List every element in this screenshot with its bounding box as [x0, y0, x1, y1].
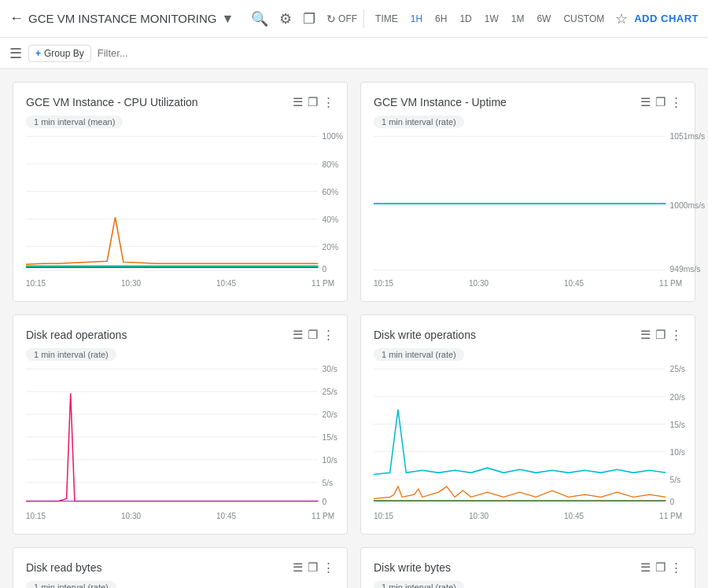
time-btn-custom[interactable]: CUSTOM — [559, 10, 609, 28]
chart-title: Disk read operations — [26, 329, 127, 341]
x-labels: 10:15 10:30 10:45 11 PM — [374, 279, 682, 288]
interval-badge: 1 min interval (mean) — [26, 116, 123, 128]
expand-icon[interactable]: ❐ — [308, 328, 318, 342]
chart-header: Disk read bytes ☰ ❐ ⋮ — [26, 560, 334, 575]
chart-card-disk-write-ops: Disk write operations ☰ ❐ ⋮ 1 min interv… — [360, 314, 695, 535]
svg-text:15/s: 15/s — [670, 421, 685, 429]
svg-text:25/s: 25/s — [323, 388, 337, 396]
chart-area: 100% 80% 60% 40% 20% 0 — [26, 134, 334, 276]
chart-card-disk-read-ops: Disk read operations ☰ ❐ ⋮ 1 min interva… — [13, 314, 348, 535]
charts-grid: GCE VM Instance - CPU Utilization ☰ ❐ ⋮ … — [0, 69, 708, 588]
time-btn-6w[interactable]: 6W — [532, 10, 555, 28]
svg-text:20/s: 20/s — [670, 393, 685, 402]
time-options: TIME 1H 6H 1D 1W 1M 6W CUSTOM — [371, 10, 609, 28]
x-labels: 10:15 10:30 10:45 11 PM — [26, 512, 334, 520]
expand-icon[interactable]: ❐ — [655, 95, 666, 109]
chart-header: Disk write bytes ☰ ❐ ⋮ — [374, 560, 682, 575]
chart-svg: 100% 80% 60% 40% 20% 0 — [26, 134, 334, 276]
time-btn-1h[interactable]: 1H — [406, 10, 427, 28]
chart-icons: ☰ ❐ ⋮ — [640, 560, 682, 575]
chart-header: Disk read operations ☰ ❐ ⋮ — [26, 328, 334, 342]
chart-header: Disk write operations ☰ ❐ ⋮ — [374, 328, 682, 342]
svg-text:1000ms/s: 1000ms/s — [670, 201, 706, 210]
more-icon[interactable]: ⋮ — [323, 95, 334, 109]
list-icon[interactable]: ☰ — [640, 328, 651, 342]
svg-text:20/s: 20/s — [323, 410, 337, 419]
list-icon[interactable]: ☰ — [293, 560, 303, 575]
expand-icon[interactable]: ❐ — [308, 95, 318, 109]
svg-text:15/s: 15/s — [323, 433, 337, 442]
chart-title: GCE VM Instance - Uptime — [374, 96, 507, 108]
more-icon[interactable]: ⋮ — [323, 328, 334, 342]
svg-text:30/s: 30/s — [323, 365, 337, 373]
chart-icons: ☰ ❐ ⋮ — [293, 328, 334, 342]
list-icon[interactable]: ☰ — [293, 95, 303, 109]
time-btn-1w[interactable]: 1W — [480, 10, 503, 28]
group-by-label: Group By — [44, 48, 84, 59]
chart-area: 30/s 25/s 20/s 15/s 10/s 5/s 0 — [26, 367, 334, 509]
svg-text:0: 0 — [323, 498, 327, 506]
list-icon[interactable]: ☰ — [293, 328, 303, 342]
topbar: ← GCE VM INSTANCE MONITORING ▼ 🔍 ⚙ ❐ ↻ O… — [0, 0, 708, 38]
svg-text:25/s: 25/s — [670, 365, 685, 373]
more-icon[interactable]: ⋮ — [323, 560, 334, 575]
svg-text:100%: 100% — [323, 132, 343, 141]
chart-icons: ☰ ❐ ⋮ — [640, 328, 682, 342]
svg-text:40%: 40% — [323, 215, 339, 224]
chart-title: GCE VM Instance - CPU Utilization — [26, 96, 198, 108]
chart-title: Disk write bytes — [374, 561, 451, 574]
time-btn-1m[interactable]: 1M — [507, 10, 529, 28]
chart-area: 25/s 20/s 15/s 10/s 5/s 0 — [374, 367, 682, 509]
star-button[interactable]: ☆ — [615, 10, 628, 28]
chart-icons: ☰ ❐ ⋮ — [640, 95, 682, 109]
time-btn-time[interactable]: TIME — [371, 10, 403, 28]
interval-badge: 1 min interval (rate) — [26, 348, 116, 361]
x-labels: 10:15 10:30 10:45 11 PM — [26, 279, 334, 288]
more-icon[interactable]: ⋮ — [670, 560, 682, 575]
menu-icon[interactable]: ☰ — [9, 45, 22, 62]
more-icon[interactable]: ⋮ — [670, 328, 682, 342]
chart-header: GCE VM Instance - Uptime ☰ ❐ ⋮ — [374, 95, 682, 109]
chart-svg: 1051ms/s 1000ms/s 949ms/s — [374, 134, 682, 276]
chart-card-uptime: GCE VM Instance - Uptime ☰ ❐ ⋮ 1 min int… — [360, 82, 695, 302]
chart-svg: 25/s 20/s 15/s 10/s 5/s 0 — [374, 367, 682, 509]
filter-input[interactable] — [98, 47, 699, 59]
expand-icon[interactable]: ❐ — [308, 560, 318, 575]
list-icon[interactable]: ☰ — [640, 95, 651, 109]
chart-title: Disk read bytes — [26, 561, 101, 574]
expand-icon[interactable]: ❐ — [655, 560, 666, 575]
chart-svg: 30/s 25/s 20/s 15/s 10/s 5/s 0 — [26, 367, 334, 509]
interval-badge: 1 min interval (rate) — [374, 581, 464, 588]
chart-card-disk-read-bytes: Disk read bytes ☰ ❐ ⋮ 1 min interval (ra… — [13, 547, 348, 588]
expand-icon[interactable]: ❐ — [655, 328, 666, 342]
chart-title: Disk write operations — [374, 329, 476, 341]
add-chart-button[interactable]: ADD CHART — [634, 13, 699, 24]
interval-badge: 1 min interval (rate) — [374, 348, 464, 361]
svg-text:5/s: 5/s — [670, 476, 681, 484]
list-icon[interactable]: ☰ — [640, 560, 651, 575]
svg-text:949ms/s: 949ms/s — [670, 265, 701, 274]
search-icon[interactable]: 🔍 — [251, 10, 268, 28]
group-by-button[interactable]: + Group By — [28, 45, 91, 62]
chart-card-cpu-util: GCE VM Instance - CPU Utilization ☰ ❐ ⋮ … — [13, 82, 348, 302]
svg-text:10/s: 10/s — [670, 448, 685, 457]
time-btn-6h[interactable]: 6H — [430, 10, 452, 28]
chart-header: GCE VM Instance - CPU Utilization ☰ ❐ ⋮ — [26, 95, 334, 109]
settings-icon[interactable]: ⚙ — [279, 10, 292, 28]
refresh-btn[interactable]: ↻ OFF — [326, 13, 357, 25]
interval-badge: 1 min interval (rate) — [374, 116, 464, 128]
page-title: GCE VM INSTANCE MONITORING — [28, 12, 216, 25]
svg-text:80%: 80% — [323, 160, 339, 169]
chart-icons: ☰ ❐ ⋮ — [293, 560, 334, 575]
svg-text:1051ms/s: 1051ms/s — [670, 132, 706, 141]
divider — [363, 9, 364, 28]
plus-icon: + — [35, 48, 41, 59]
x-labels: 10:15 10:30 10:45 11 PM — [374, 512, 682, 520]
fullscreen-icon[interactable]: ❐ — [303, 10, 315, 28]
dropdown-icon[interactable]: ▼ — [221, 12, 234, 26]
svg-text:60%: 60% — [323, 188, 339, 197]
time-btn-1d[interactable]: 1D — [455, 10, 476, 28]
topbar-action-icons: 🔍 ⚙ ❐ ↻ OFF — [251, 10, 357, 28]
back-icon[interactable]: ← — [9, 10, 24, 27]
more-icon[interactable]: ⋮ — [670, 95, 682, 109]
